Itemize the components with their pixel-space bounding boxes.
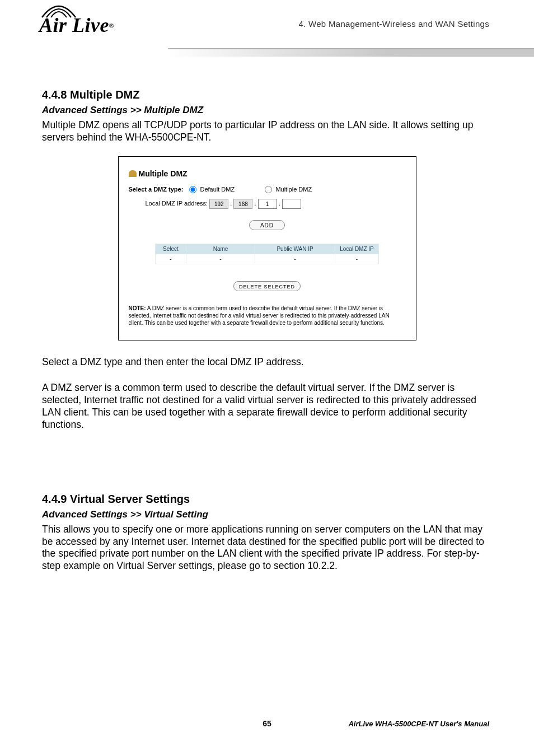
local-dmz-ip-row: Local DMZ IP address: . . .	[146, 199, 406, 209]
house-icon	[129, 170, 137, 177]
section-448-heading: 4.4.8 Multiple DMZ	[42, 88, 492, 101]
ip-octet-4[interactable]	[282, 199, 301, 209]
panel-title-text: Multiple DMZ	[139, 169, 188, 178]
page-content: 4.4.8 Multiple DMZ Advanced Settings >> …	[0, 62, 534, 572]
chapter-label: 4. Web Management-Wireless and WAN Setti…	[298, 19, 489, 29]
table-row: - - - -	[156, 254, 379, 264]
table-header-row: Select Name Public WAN IP Local DMZ IP	[156, 244, 379, 254]
delete-selected-button[interactable]: DELETE SELECTED	[233, 281, 301, 291]
note-bold: NOTE:	[129, 305, 146, 311]
page-header: Air Live® 4. Web Management-Wireless and…	[0, 0, 534, 62]
ip-octet-2[interactable]	[233, 199, 252, 209]
cell-public: -	[255, 254, 335, 264]
breadcrumb-448: Advanced Settings >> Multiple DMZ	[42, 105, 492, 116]
th-public-wan-ip: Public WAN IP	[255, 244, 335, 254]
brand-logo: Air Live®	[39, 13, 114, 37]
multiple-dmz-panel: Multiple DMZ Select a DMZ type: Default …	[118, 156, 416, 341]
header-divider	[168, 48, 534, 57]
radio-multiple-dmz-label: Multiple DMZ	[275, 186, 312, 193]
th-local-dmz-ip: Local DMZ IP	[335, 244, 379, 254]
th-name: Name	[186, 244, 255, 254]
panel-title: Multiple DMZ	[129, 169, 406, 178]
registered-mark: ®	[109, 22, 114, 29]
note-text: A DMZ server is a common term used to de…	[129, 305, 390, 326]
page-number: 65	[263, 719, 271, 728]
manual-title-footer: AirLive WHA-5500CPE-NT User's Manual	[348, 720, 489, 728]
th-select: Select	[156, 244, 186, 254]
cell-name: -	[186, 254, 255, 264]
dmz-type-label: Select a DMZ type:	[129, 186, 184, 193]
dmz-table: Select Name Public WAN IP Local DMZ IP -…	[155, 244, 379, 264]
intro-448: Multiple DMZ opens all TCP/UDP ports to …	[42, 119, 492, 144]
section-449-heading: 4.4.9 Virtual Server Settings	[42, 493, 492, 506]
cell-local: -	[335, 254, 379, 264]
cell-select: -	[156, 254, 186, 264]
panel-note: NOTE: A DMZ server is a common term used…	[129, 305, 406, 326]
radio-multiple-dmz[interactable]	[265, 186, 272, 193]
ip-octet-1[interactable]	[209, 199, 228, 209]
add-button[interactable]: ADD	[249, 220, 285, 230]
radio-default-dmz[interactable]	[189, 186, 196, 193]
ip-octet-3[interactable]	[258, 199, 277, 209]
radio-default-dmz-label: Default DMZ	[200, 186, 235, 193]
dmz-type-row: Select a DMZ type: Default DMZ Multiple …	[129, 186, 406, 194]
body-449: This allows you to specify one or more a…	[42, 524, 492, 573]
after-panel-line1: Select a DMZ type and then enter the loc…	[42, 356, 492, 368]
breadcrumb-449: Advanced Settings >> Virtual Setting	[42, 509, 492, 520]
local-dmz-ip-label: Local DMZ IP address:	[146, 200, 208, 207]
wifi-arcs-icon	[39, 3, 78, 20]
after-panel-line2: A DMZ server is a common term used to de…	[42, 382, 492, 431]
